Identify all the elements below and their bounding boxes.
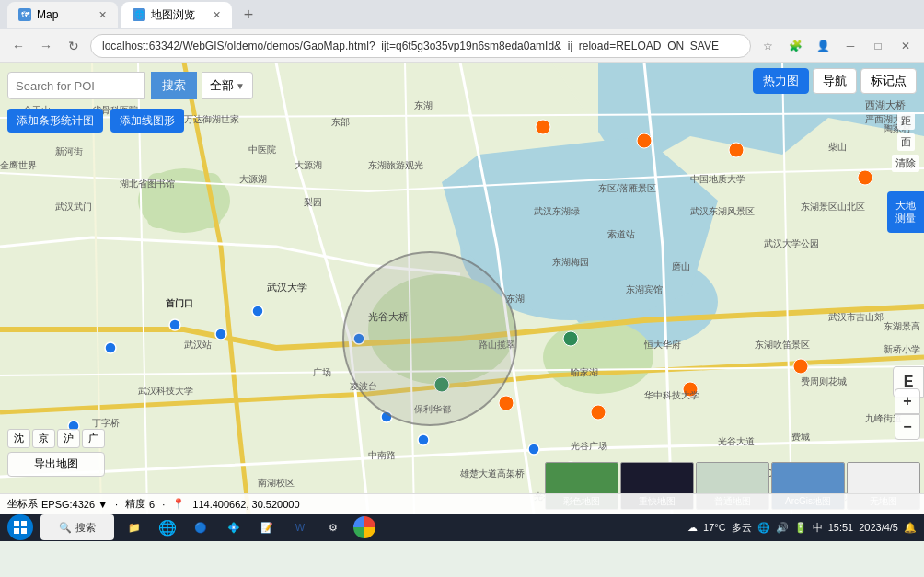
svg-text:中医院: 中医院	[248, 144, 276, 155]
back-button[interactable]: ←	[7, 35, 29, 57]
svg-text:武汉站: 武汉站	[184, 340, 212, 350]
browse-tab-label: 地图浏览	[151, 7, 195, 23]
svg-text:柴山: 柴山	[828, 142, 847, 152]
refresh-button[interactable]: ↻	[63, 35, 85, 57]
zoom-in-button[interactable]: +	[895, 388, 920, 414]
map-container[interactable]: 新河街 湖北省图书馆 武汉武门 首门口 武汉大学 光谷大桥 东湖 武汉站 广场 …	[0, 63, 924, 514]
search-taskbar-button[interactable]: 🔍搜索	[40, 514, 114, 540]
taskbar-icon-word[interactable]: W	[287, 514, 313, 540]
svg-text:光谷广场: 光谷广场	[571, 441, 607, 451]
svg-text:东湖景区山北区: 东湖景区山北区	[801, 202, 865, 212]
earth-measure-button[interactable]: 大地测量	[887, 191, 924, 233]
all-button[interactable]: 全部 ▼	[202, 72, 253, 99]
browse-tab-close[interactable]: ✕	[213, 9, 221, 21]
svg-text:费城: 费城	[791, 432, 810, 442]
taskbar-icon-explorer[interactable]: 📁	[121, 514, 147, 540]
epsg-value[interactable]: EPSG:4326 ▼	[41, 499, 108, 510]
zoom-controls: + −	[895, 388, 920, 440]
extensions-button[interactable]: 🧩	[784, 35, 806, 57]
coord-sys-label: 坐标系	[7, 497, 38, 511]
svg-text:首门口: 首门口	[166, 298, 193, 308]
svg-rect-95	[21, 528, 27, 534]
close-browser-button[interactable]: ✕	[895, 35, 917, 57]
svg-text:东部: 东部	[331, 117, 350, 127]
svg-point-28	[591, 405, 606, 420]
svg-point-22	[381, 411, 392, 422]
landmark-button[interactable]: 标记点	[860, 68, 917, 94]
precision-label: 精度	[125, 497, 145, 511]
profile-button[interactable]: 👤	[812, 35, 834, 57]
address-bar[interactable]: localhost:63342/WebGIS/oldemo/demos/GaoM…	[90, 34, 751, 58]
svg-text:费周则花城: 费周则花城	[801, 376, 847, 387]
svg-point-29	[499, 396, 514, 410]
hu-city-button[interactable]: 沪	[57, 429, 80, 448]
heatmap-button[interactable]: 热力图	[753, 68, 809, 94]
clear-tool[interactable]: 清除	[892, 155, 919, 172]
maximize-button[interactable]: □	[867, 35, 889, 57]
taskbar-icon-chrome[interactable]	[353, 516, 375, 538]
export-map-button[interactable]: 导出地图	[7, 452, 105, 477]
dropdown-arrow-icon: ▼	[236, 81, 245, 91]
svg-text:武汉东湖绿: 武汉东湖绿	[534, 206, 580, 216]
coords-divider-1: ·	[115, 499, 118, 510]
svg-text:东区/落雁景区: 东区/落雁景区	[598, 183, 656, 193]
clock-display: 15:51	[828, 522, 854, 533]
svg-text:东湖: 东湖	[506, 294, 525, 304]
add-line-button[interactable]: 添加线图形	[110, 109, 184, 133]
map-tab-close[interactable]: ✕	[98, 9, 107, 21]
svg-text:东湖宾馆: 东湖宾馆	[626, 284, 663, 294]
map-tab[interactable]: 🗺 Map ✕	[7, 2, 118, 28]
battery-icon: 🔋	[794, 522, 807, 534]
start-button[interactable]	[7, 514, 33, 540]
add-shape-button[interactable]: 添加条形统计图	[7, 109, 103, 133]
svg-point-20	[528, 444, 539, 455]
minimize-button[interactable]: ─	[839, 35, 861, 57]
taskbar-icon-app1[interactable]: 📝	[254, 514, 280, 540]
svg-text:武汉大学: 武汉大学	[267, 282, 307, 293]
weather-icon: ☁	[687, 522, 698, 534]
temperature-text: 17°C	[703, 522, 726, 533]
search-input[interactable]	[7, 72, 145, 99]
svg-text:光谷大道: 光谷大道	[718, 436, 755, 446]
network-icon: 🌐	[757, 522, 770, 534]
new-tab-button[interactable]: +	[236, 2, 261, 28]
location-icon: 📍	[172, 498, 185, 510]
svg-point-18	[252, 306, 263, 317]
shen-city-button[interactable]: 沈	[7, 429, 30, 448]
right-tools: 距 面 清除	[887, 109, 924, 176]
coordinates-display: 114.400662, 30.520000	[192, 499, 299, 510]
distance-tool[interactable]: 距	[897, 112, 915, 130]
area-tool[interactable]: 面	[897, 133, 915, 151]
guang-city-button[interactable]: 广	[82, 429, 105, 448]
taskbar-icon-vs[interactable]: 💠	[221, 514, 247, 540]
svg-text:丁字桥: 丁字桥	[92, 418, 120, 428]
svg-text:南湖校区: 南湖校区	[258, 478, 295, 488]
svg-text:凌波台: 凌波台	[350, 381, 377, 391]
bookmark-button[interactable]: ☆	[757, 35, 779, 57]
navigation-button[interactable]: 导航	[813, 68, 857, 94]
svg-text:梨园: 梨园	[304, 197, 322, 207]
status-right: ☁ 17°C 多云 🌐 🔊 🔋 中 15:51 2023/4/5 🔔	[687, 521, 917, 535]
notification-icon[interactable]: 🔔	[904, 522, 917, 534]
svg-text:东湖景高: 东湖景高	[884, 321, 920, 331]
svg-text:金鹰世界: 金鹰世界	[0, 160, 37, 170]
svg-text:广场: 广场	[313, 367, 331, 377]
search-button[interactable]: 搜索	[151, 72, 197, 99]
forward-button[interactable]: →	[35, 35, 57, 57]
svg-text:东湖旅游观光: 东湖旅游观光	[368, 160, 423, 170]
precision-value: 6	[149, 499, 155, 510]
browse-tab[interactable]: 🌐 地图浏览 ✕	[121, 2, 232, 28]
zoom-out-button[interactable]: −	[895, 414, 920, 440]
taskbar-icon-browser[interactable]: 🌐	[155, 514, 180, 540]
all-button-label: 全部	[210, 77, 234, 94]
svg-text:东湖吹笛景区: 东湖吹笛景区	[755, 340, 810, 350]
input-method-icon[interactable]: 中	[813, 521, 823, 535]
taskbar-icon-app2[interactable]: ⚙	[320, 514, 346, 540]
jing-city-button[interactable]: 京	[32, 429, 55, 448]
tab-bar: 🗺 Map ✕ 🌐 地图浏览 ✕ +	[0, 0, 924, 29]
taskbar-icon-edge[interactable]: 🔵	[188, 514, 214, 540]
coords-divider-2: ·	[162, 499, 165, 510]
svg-rect-94	[14, 528, 19, 534]
svg-text:喻家湖: 喻家湖	[571, 367, 598, 377]
nav-bar: ← → ↻ localhost:63342/WebGIS/oldemo/demo…	[0, 29, 924, 63]
